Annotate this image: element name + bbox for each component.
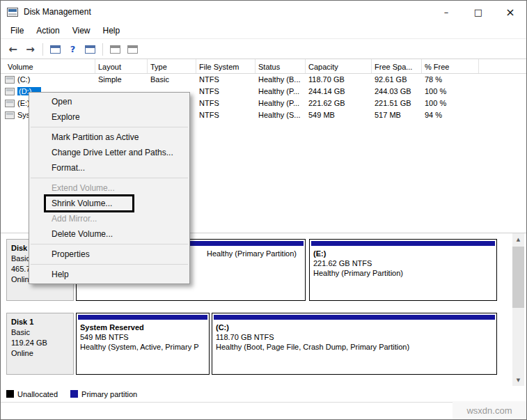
context-menu-item-explore[interactable]: Explore (29, 109, 189, 125)
back-icon: ← (8, 43, 17, 56)
primary-partition-swatch (70, 390, 78, 398)
context-menu-item-format[interactable]: Format... (29, 160, 189, 176)
scroll-thumb[interactable] (512, 247, 524, 308)
context-menu-item-properties[interactable]: Properties (29, 247, 189, 262)
toolbar-separator (42, 43, 43, 56)
volume-icon (5, 76, 15, 84)
export-list-button[interactable] (107, 42, 123, 57)
volume-icon (5, 88, 15, 95)
volume-label: (C:) (17, 75, 30, 84)
disk-management-window: Disk Management – □ × File Action View H… (0, 0, 527, 420)
menu-help[interactable]: Help (97, 24, 127, 38)
watermark: wsxdn.com (453, 401, 526, 419)
context-menu-item-help[interactable]: Help (29, 267, 189, 282)
forward-icon: → (26, 43, 35, 56)
disk-1-partition-1[interactable]: System Reserved 549 MB NTFS Healthy (Sys… (76, 313, 210, 375)
disk-name: Disk 1 (11, 317, 73, 327)
partition-name: (E:) (313, 249, 493, 258)
console-window-button[interactable] (82, 42, 98, 57)
cell-free-space: 517 MB (372, 109, 422, 121)
cell-capacity: 549 MB (306, 109, 372, 121)
column-header-capacity[interactable]: Capacity (306, 59, 372, 73)
back-button[interactable]: ← (5, 42, 21, 57)
legend-unallocated: Unallocated (6, 390, 58, 398)
partition-color-bar (214, 315, 495, 320)
disk-1-partition-2[interactable]: (C:) 118.70 GB NTFS Healthy (Boot, Page … (212, 313, 497, 375)
column-header-type[interactable]: Type (148, 59, 196, 73)
cell-capacity: 221.62 GB (306, 98, 372, 109)
maximize-button[interactable]: □ (462, 1, 494, 23)
cell-file-system: NTFS (196, 86, 255, 98)
column-header-filler (479, 59, 526, 73)
cell-status: Healthy (B... (255, 74, 306, 86)
menu-separator (31, 178, 188, 178)
toolbar: ← → ? (1, 40, 526, 59)
column-header-free-space[interactable]: Free Spa... (372, 59, 422, 73)
cell-file-system: NTFS (196, 74, 255, 86)
context-menu-item-change-drive-letter[interactable]: Change Drive Letter and Paths... (29, 145, 189, 160)
cell-file-system: NTFS (196, 98, 255, 109)
cell-status: Healthy (S... (255, 109, 306, 121)
partition-status: Healthy (Boot, Page File, Crash Dump, Pr… (216, 342, 493, 352)
console-tree-button[interactable] (47, 42, 63, 57)
scroll-down-button[interactable]: ▼ (512, 374, 524, 386)
partition-size: 118.70 GB NTFS (216, 332, 493, 342)
partition-name: System Reserved (80, 322, 205, 332)
menu-view[interactable]: View (66, 24, 97, 38)
column-header-volume[interactable]: Volume (1, 59, 95, 73)
cell-free-space: 244.03 GB (372, 86, 422, 98)
menu-action[interactable]: Action (30, 24, 65, 38)
cell-status: Healthy (P... (255, 98, 306, 109)
column-header-file-system[interactable]: File System (196, 59, 255, 73)
context-menu-item-delete-volume[interactable]: Delete Volume... (29, 226, 189, 242)
legend-primary-label: Primary partition (81, 390, 137, 398)
cell-status: Healthy (P... (255, 86, 306, 98)
cell-pct-free: 100 % (422, 98, 479, 109)
column-header-layout[interactable]: Layout (95, 59, 148, 73)
window-title: Disk Management (24, 7, 91, 17)
partition-size: 549 MB NTFS (80, 332, 205, 342)
legend-primary-partition: Primary partition (70, 390, 137, 398)
export-list-icon (110, 45, 120, 54)
action-pane-button[interactable] (125, 42, 141, 57)
cell-capacity: 118.70 GB (306, 74, 372, 86)
close-button[interactable]: × (494, 1, 526, 23)
scroll-up-button[interactable]: ▲ (512, 233, 524, 245)
cell-free-space: 221.51 GB (372, 98, 422, 109)
cell-capacity: 244.14 GB (306, 86, 372, 98)
menu-separator (31, 244, 188, 244)
context-menu: Open Explore Mark Partition as Active Ch… (29, 92, 190, 284)
app-icon[interactable] (7, 8, 18, 17)
disk-1-header[interactable]: Disk 1 Basic 119.24 GB Online (6, 313, 74, 375)
context-menu-item-open[interactable]: Open (29, 94, 189, 109)
table-row[interactable]: (C:) Simple Basic NTFS Healthy (B... 118… (1, 74, 526, 86)
volume-icon (5, 100, 15, 107)
cell-pct-free: 78 % (422, 74, 479, 86)
column-header-status[interactable]: Status (255, 59, 306, 73)
action-pane-icon (127, 45, 138, 54)
partition-color-bar (311, 241, 495, 246)
console-tree-icon (50, 45, 61, 54)
disk-0-partition-2[interactable]: (E:) 221.62 GB NTFS Healthy (Primary Par… (309, 239, 497, 301)
partition-status: Healthy (System, Active, Primary P (80, 342, 205, 352)
forward-button[interactable]: → (22, 42, 38, 57)
context-menu-item-extend-volume: Extend Volume... (29, 180, 189, 196)
context-menu-item-shrink-volume[interactable]: Shrink Volume... (29, 196, 189, 211)
cell-pct-free: 94 % (422, 109, 479, 121)
menubar: File Action View Help (1, 23, 526, 39)
column-header-pct-free[interactable]: % Free (422, 59, 479, 73)
menu-separator (31, 127, 188, 127)
menu-file[interactable]: File (4, 24, 30, 38)
scrollbar[interactable]: ▲ ▼ (512, 233, 524, 386)
partition-size: 221.62 GB NTFS (313, 258, 493, 268)
legend: Unallocated Primary partition (1, 386, 526, 403)
toolbar-separator (102, 43, 103, 56)
cell-type: Basic (148, 74, 196, 86)
menu-separator (31, 264, 188, 265)
context-menu-item-mark-partition-active[interactable]: Mark Partition as Active (29, 130, 189, 145)
minimize-button[interactable]: – (430, 1, 462, 23)
partition-status: Healthy (Primary Partition) (313, 268, 493, 278)
help-button[interactable]: ? (65, 42, 81, 57)
cell-file-system: NTFS (196, 109, 255, 121)
context-menu-item-add-mirror: Add Mirror... (29, 211, 189, 226)
